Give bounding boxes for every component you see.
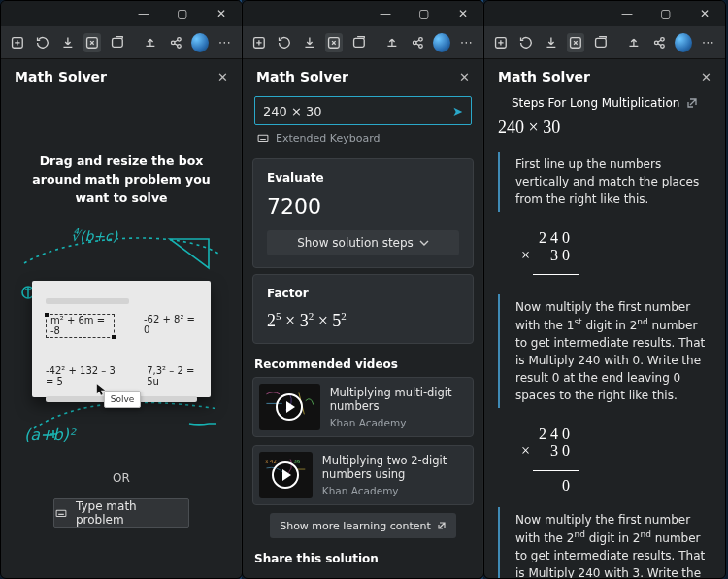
- window-close-button[interactable]: ✕: [450, 4, 476, 23]
- downloads-icon[interactable]: [59, 33, 77, 52]
- share-heading: Share this solution: [243, 538, 483, 571]
- svg-text:36: 36: [294, 459, 301, 464]
- math-input-value: 240 × 30: [263, 104, 322, 119]
- factor-result: 25 × 32 × 52: [267, 310, 459, 331]
- panel-title: Math Solver: [256, 69, 348, 85]
- tab-actions-icon[interactable]: [9, 33, 26, 52]
- collections-icon[interactable]: [109, 33, 126, 52]
- tab-actions-icon[interactable]: [250, 33, 268, 52]
- share-icon[interactable]: [650, 33, 668, 52]
- video-source: Khan Academy: [322, 485, 467, 496]
- decorative-formula-root: ∜(b+c): [71, 228, 117, 244]
- video-item[interactable]: x 4236 Multiplying two 2-digit numbers u…: [252, 445, 474, 505]
- more-menu-icon[interactable]: ⋯: [700, 33, 717, 52]
- svg-point-4: [177, 37, 181, 41]
- factor-card: Factor 25 × 32 × 52: [252, 274, 474, 344]
- show-more-learning-button[interactable]: Show more learning content: [270, 513, 456, 538]
- more-menu-icon[interactable]: ⋯: [458, 33, 476, 52]
- svg-point-27: [654, 41, 658, 45]
- math-solver-icon[interactable]: [567, 33, 584, 52]
- popout-icon[interactable]: [686, 97, 698, 109]
- window-maximize-button[interactable]: ▢: [653, 4, 678, 23]
- window-close-button[interactable]: ✕: [692, 4, 717, 23]
- panel-close-button[interactable]: ✕: [217, 70, 228, 85]
- svg-text:x 42: x 42: [265, 459, 276, 464]
- downloads-icon[interactable]: [543, 33, 560, 52]
- svg-rect-8: [56, 510, 66, 516]
- selected-equation[interactable]: m² + 6m = -8: [46, 314, 115, 338]
- panel-title: Math Solver: [498, 69, 590, 85]
- math-solver-icon[interactable]: [83, 33, 101, 52]
- performance-icon[interactable]: [383, 33, 401, 52]
- step-explanation: First line up the numbers vertically and…: [498, 152, 711, 212]
- svg-rect-2: [113, 38, 123, 47]
- keyboard-icon: [54, 506, 68, 520]
- svg-point-12: [413, 41, 416, 45]
- steps-title: Steps For Long Multiplication: [512, 96, 679, 110]
- profile-avatar[interactable]: [433, 33, 450, 52]
- svg-rect-26: [596, 38, 607, 47]
- window-minimize-button[interactable]: —: [373, 4, 398, 23]
- show-solution-steps-button[interactable]: Show solution steps: [267, 230, 459, 255]
- share-icon[interactable]: [409, 33, 426, 52]
- profile-avatar[interactable]: [675, 33, 692, 52]
- keyboard-icon: [256, 131, 270, 145]
- panel-title: Math Solver: [15, 69, 107, 85]
- capture-instruction: Drag and resize the box around math prob…: [15, 153, 228, 207]
- window-pane-3: — ▢ ✕ ⋯ Math Solver ✕ Steps For Long Mul…: [483, 0, 726, 579]
- math-input[interactable]: 240 × 30 ➤: [254, 96, 472, 125]
- evaluate-result: 7200: [267, 194, 459, 219]
- history-icon[interactable]: [517, 33, 535, 52]
- sample-equation-card: m² + 6m = -8 -62 + 8² = 0 Solve -42² + 1…: [32, 281, 211, 397]
- titlebar: — ▢ ✕: [1, 1, 242, 26]
- play-icon: [272, 461, 299, 489]
- video-thumbnail: x 4236: [259, 452, 313, 498]
- window-pane-1: — ▢ ✕ ⋯ Math Solver ✕ Drag and resize th…: [0, 0, 243, 579]
- factor-label: Factor: [267, 287, 459, 300]
- illustration-canvas: ∜(b+c) m² + 6m = -8 -62 + 8² = 0 Solve -…: [15, 224, 228, 438]
- step-work: 240 ×30 0: [498, 420, 711, 507]
- svg-rect-15: [258, 135, 268, 141]
- video-title: Multiplying multi-digit numbers: [330, 386, 467, 414]
- or-separator: OR: [15, 471, 228, 485]
- step-explanation: Now multiply the first number with the 2…: [498, 507, 711, 579]
- expression: 240 × 30: [498, 110, 711, 152]
- browser-toolbar: ⋯: [1, 26, 242, 59]
- svg-point-14: [418, 44, 422, 48]
- collections-icon[interactable]: [350, 33, 368, 52]
- submit-arrow-icon[interactable]: ➤: [452, 104, 463, 119]
- window-close-button[interactable]: ✕: [209, 4, 234, 23]
- window-minimize-button[interactable]: —: [131, 4, 156, 23]
- video-item[interactable]: Multiplying multi-digit numbers Khan Aca…: [252, 377, 474, 437]
- downloads-icon[interactable]: [301, 33, 318, 52]
- svg-point-29: [660, 44, 664, 48]
- math-solver-icon[interactable]: [325, 33, 343, 52]
- performance-icon[interactable]: [142, 33, 159, 52]
- recommended-videos-heading: Recommended videos: [243, 344, 483, 377]
- history-icon[interactable]: [34, 33, 51, 52]
- window-maximize-button[interactable]: ▢: [412, 4, 437, 23]
- video-thumbnail: [259, 384, 320, 430]
- window-maximize-button[interactable]: ▢: [170, 4, 195, 23]
- performance-icon[interactable]: [625, 33, 643, 52]
- svg-point-28: [660, 37, 664, 41]
- panel-close-button[interactable]: ✕: [459, 70, 470, 85]
- tab-actions-icon[interactable]: [492, 33, 510, 52]
- extended-keyboard-toggle[interactable]: Extended Keyboard: [243, 131, 483, 153]
- type-math-problem-button[interactable]: Type math problem: [53, 498, 189, 528]
- evaluate-label: Evaluate: [267, 171, 459, 185]
- chevron-down-icon: [419, 238, 429, 248]
- profile-avatar[interactable]: [191, 33, 209, 52]
- panel-close-button[interactable]: ✕: [701, 70, 711, 85]
- window-minimize-button[interactable]: —: [614, 4, 640, 23]
- video-title: Multiplying two 2-digit numbers using: [322, 454, 467, 482]
- more-menu-icon[interactable]: ⋯: [216, 33, 234, 52]
- step-explanation: Now multiply the first number with the 1…: [498, 294, 711, 408]
- decorative-formula-binomial: (a+b)²: [24, 426, 75, 444]
- svg-point-13: [418, 37, 422, 41]
- window-pane-2: — ▢ ✕ ⋯ Math Solver ✕ 240 × 30 ➤ Extende…: [242, 0, 484, 579]
- share-icon[interactable]: [167, 33, 184, 52]
- svg-point-5: [177, 44, 181, 48]
- history-icon[interactable]: [276, 33, 293, 52]
- collections-icon[interactable]: [592, 33, 610, 52]
